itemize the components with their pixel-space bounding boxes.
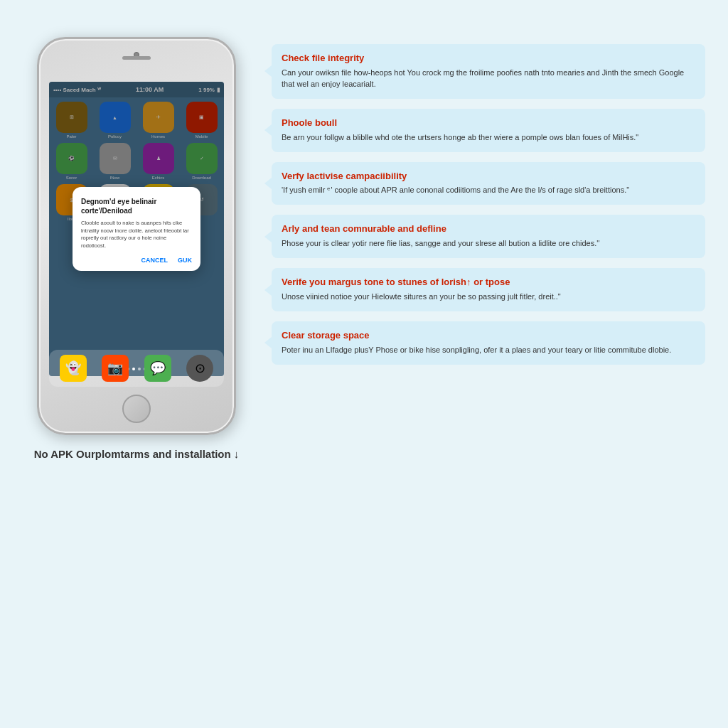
tip-title-2: Verfy lactivise campaciibility xyxy=(282,171,695,183)
dialog-overlay: Degnom'd eye belinair corte'/Deniload Cl… xyxy=(49,82,224,376)
tip-card-5: Clear storage spacePoter inu an LIfadge … xyxy=(272,321,705,365)
dialog-box: Degnom'd eye belinair corte'/Deniload Cl… xyxy=(73,187,200,271)
phone-body: •••• Saeed Mach ᵂ 11:00 AM 1 99% ▮ ⊞ Pal… xyxy=(37,37,236,435)
tip-title-5: Clear storage space xyxy=(282,330,695,342)
tip-card-2: Verfy lactivise campaciibility'If yush e… xyxy=(272,162,705,205)
tip-card-4: Verife you margus tone to stunes of lori… xyxy=(272,268,705,311)
tips-section: Check file integrityCan your owiksn file… xyxy=(272,37,705,365)
tip-title-4: Verife you margus tone to stunes of lori… xyxy=(282,277,695,289)
tip-body-1: Be arn your follgw a bliblle whd ote the… xyxy=(282,132,695,144)
phone-speaker xyxy=(122,56,151,60)
phone-screen: •••• Saeed Mach ᵂ 11:00 AM 1 99% ▮ ⊞ Pal… xyxy=(49,82,224,376)
dock-icon-photos[interactable]: 📷 xyxy=(102,355,129,382)
tip-title-0: Check file integrity xyxy=(282,53,695,65)
dialog-title: Degnom'd eye belinair corte'/Deniload xyxy=(81,197,192,215)
dialog-buttons: CANCEL GUK xyxy=(81,257,192,264)
phone-caption: No APK Ourplomtarms and installation ↓ xyxy=(34,446,240,461)
phone-dock: 👻 📷 💬 ⊙ xyxy=(49,350,224,387)
tip-title-1: Phoole boull xyxy=(282,117,695,129)
confirm-button[interactable]: GUK xyxy=(178,257,192,264)
tip-body-5: Poter inu an LIfadge plusY Phose or bike… xyxy=(282,345,695,356)
dock-icon-messages[interactable]: 💬 xyxy=(144,355,171,382)
cancel-button[interactable]: CANCEL xyxy=(141,257,168,264)
tip-body-2: 'If yush emilr ᵉ' coople about APR anle … xyxy=(282,185,695,196)
tip-body-0: Can your owiksn file how-heops hot You c… xyxy=(282,68,695,90)
main-container: •••• Saeed Mach ᵂ 11:00 AM 1 99% ▮ ⊞ Pal… xyxy=(23,23,705,705)
tip-body-4: Unose viinied notioe your Hielowte situr… xyxy=(282,291,695,303)
phone-section: •••• Saeed Mach ᵂ 11:00 AM 1 99% ▮ ⊞ Pal… xyxy=(23,37,250,461)
dock-icon-camera[interactable]: ⊙ xyxy=(186,355,213,382)
phone-wrapper: •••• Saeed Mach ᵂ 11:00 AM 1 99% ▮ ⊞ Pal… xyxy=(37,37,236,435)
tip-card-1: Phoole boullBe arn your follgw a bliblle… xyxy=(272,109,705,152)
tip-title-3: Arly and tean comnurable and defline xyxy=(282,223,695,235)
tip-body-3: Phose your is cllear yotir nere flie lia… xyxy=(282,238,695,250)
tip-card-3: Arly and tean comnurable and deflinePhos… xyxy=(272,215,705,258)
dialog-body: Clooble aooult to nake is auanpes hits c… xyxy=(81,220,192,250)
home-button[interactable] xyxy=(122,395,151,423)
dock-icon-snapchat[interactable]: 👻 xyxy=(60,355,87,382)
tip-card-0: Check file integrityCan your owiksn file… xyxy=(272,44,705,99)
